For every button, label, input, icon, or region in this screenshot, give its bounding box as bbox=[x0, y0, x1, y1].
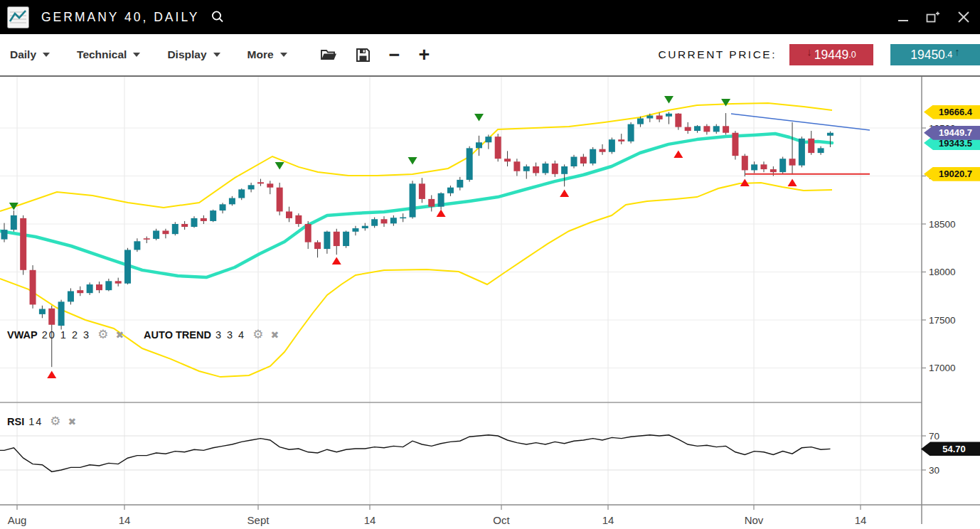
buy-price-value: 19450 bbox=[910, 48, 945, 63]
search-icon[interactable] bbox=[210, 9, 225, 25]
rsi-indicator-row: RSI 14 ⚙ ✖ bbox=[7, 415, 96, 427]
vwap-name: VWAP bbox=[7, 329, 38, 341]
menu-display-label: Display bbox=[167, 48, 206, 61]
sell-price-value: 19449 bbox=[814, 48, 849, 63]
price-chart-canvas: Aug14Sept14Oct14Nov141950019000185001800… bbox=[0, 0, 980, 529]
rsi-name: RSI bbox=[7, 416, 24, 427]
y-axis-label: 18000 bbox=[929, 267, 956, 277]
chevron-down-icon bbox=[280, 53, 287, 57]
menu-technical-label: Technical bbox=[77, 48, 127, 61]
x-axis-label: Oct bbox=[493, 514, 510, 526]
y-axis-label: 17000 bbox=[929, 363, 956, 373]
x-axis-label: 14 bbox=[364, 514, 376, 526]
menu-timeframe-daily[interactable]: Daily bbox=[10, 48, 50, 61]
menu-more-label: More bbox=[247, 48, 274, 61]
auto-trend-settings-gear-icon[interactable]: ⚙ bbox=[252, 328, 263, 341]
y-axis-label: 19500 bbox=[929, 123, 956, 134]
price-up-arrow-icon: ↑ bbox=[954, 46, 960, 58]
title-bar: GERMANY 40, DAILY bbox=[0, 0, 980, 34]
chevron-down-icon bbox=[43, 53, 50, 57]
chart-window: Aug14Sept14Oct14Nov141950019000185001800… bbox=[0, 0, 980, 529]
window-controls bbox=[898, 11, 970, 23]
vwap-settings-gear-icon[interactable]: ⚙ bbox=[97, 328, 108, 341]
sell-signal-triangle bbox=[408, 157, 417, 165]
rsi-settings-gear-icon[interactable]: ⚙ bbox=[50, 415, 60, 427]
zoom-in-icon[interactable]: + bbox=[418, 46, 430, 65]
menu-more[interactable]: More bbox=[247, 48, 287, 61]
rsi-axis-label: 30 bbox=[929, 465, 939, 476]
popout-button[interactable] bbox=[926, 11, 940, 23]
sell-signal-triangle bbox=[721, 99, 730, 107]
rsi-params: 14 bbox=[28, 416, 43, 427]
rsi-remove-icon[interactable]: ✖ bbox=[68, 417, 77, 427]
sell-signal-triangle bbox=[275, 162, 284, 170]
vwap-remove-icon[interactable]: ✖ bbox=[115, 330, 124, 340]
buy-signal-triangle bbox=[437, 210, 446, 218]
x-axis-label: Nov bbox=[745, 514, 764, 526]
menu-technical[interactable]: Technical bbox=[77, 48, 140, 61]
window-title: GERMANY 40, DAILY bbox=[41, 10, 200, 25]
open-chart-folder-icon[interactable] bbox=[320, 48, 337, 62]
price-down-arrow-icon: ↓ bbox=[806, 46, 812, 58]
x-axis-label: Aug bbox=[8, 514, 27, 526]
x-axis-label: 14 bbox=[855, 514, 867, 526]
auto-trend-params: 3 3 4 bbox=[215, 329, 245, 341]
save-chart-floppy-icon[interactable] bbox=[356, 48, 371, 63]
app-logo-icon bbox=[7, 6, 29, 28]
x-axis-label: 14 bbox=[119, 514, 131, 526]
x-axis-label: Sept bbox=[247, 514, 270, 526]
sell-signal-triangle bbox=[474, 114, 484, 122]
rsi-indicator-label: RSI 14 ⚙ ✖ bbox=[7, 415, 76, 427]
minimize-button[interactable] bbox=[898, 11, 909, 23]
close-icon[interactable] bbox=[957, 11, 970, 23]
current-price-label: CURRENT PRICE: bbox=[659, 48, 777, 61]
buy-price-button[interactable]: 19450.4 ↑ bbox=[890, 44, 980, 65]
x-axis-label: 14 bbox=[602, 514, 614, 526]
vwap-indicator-label: VWAP 20 1 2 3 ⚙ ✖ bbox=[7, 328, 124, 341]
buy-signal-triangle bbox=[788, 178, 797, 186]
y-axis-label: 18500 bbox=[929, 219, 956, 230]
sell-signal-triangle bbox=[664, 96, 673, 104]
menu-daily-label: Daily bbox=[10, 48, 36, 61]
vwap-params: 20 1 2 3 bbox=[42, 329, 90, 341]
zoom-out-icon[interactable]: − bbox=[389, 46, 400, 65]
y-axis-label: 19000 bbox=[929, 171, 956, 181]
buy-signal-triangle bbox=[332, 257, 341, 264]
rsi-axis-label: 70 bbox=[929, 431, 939, 442]
sell-price-button[interactable]: ↓ 19449.0 bbox=[789, 44, 873, 65]
auto-trend-name: AUTO TREND bbox=[144, 329, 211, 341]
auto-trend-remove-icon[interactable]: ✖ bbox=[270, 330, 279, 340]
buy-signal-triangle bbox=[560, 190, 569, 198]
chevron-down-icon bbox=[133, 53, 140, 57]
current-price-zone: CURRENT PRICE: ↓ 19449.0 19450.4 ↑ bbox=[659, 44, 980, 65]
chevron-down-icon bbox=[213, 53, 220, 57]
buy-signal-triangle bbox=[673, 150, 683, 158]
buy-signal-triangle bbox=[47, 370, 56, 378]
chart-toolbar: Daily Technical Display More bbox=[0, 34, 980, 77]
menu-display[interactable]: Display bbox=[167, 48, 220, 61]
overlay-indicator-row: VWAP 20 1 2 3 ⚙ ✖ AUTO TREND 3 3 4 ⚙ ✖ bbox=[7, 328, 299, 341]
auto-trend-indicator-label: AUTO TREND 3 3 4 ⚙ ✖ bbox=[144, 328, 279, 341]
y-axis-label: 17500 bbox=[929, 315, 956, 326]
